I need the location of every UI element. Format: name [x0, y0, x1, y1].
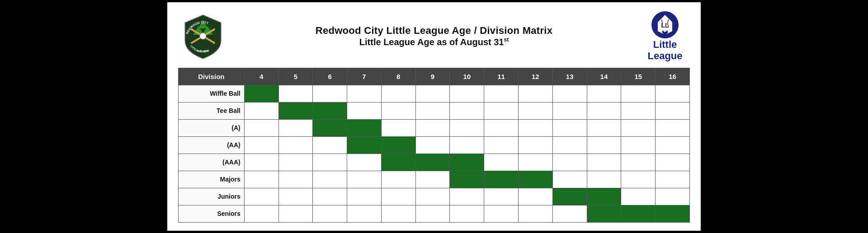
matrix-cell — [450, 136, 484, 154]
table-row: (AAA) — [179, 154, 690, 171]
matrix-cell — [656, 85, 690, 102]
matrix-cell — [587, 171, 621, 188]
matrix-cell — [587, 188, 621, 205]
matrix-cell — [313, 171, 347, 188]
matrix-cell — [484, 154, 519, 171]
table-row: (AA) — [179, 136, 690, 154]
svg-text:EST. 2014: EST. 2014 — [197, 50, 209, 52]
matrix-cell — [278, 154, 313, 171]
matrix-cell — [484, 119, 519, 136]
matrix-cell — [347, 188, 382, 205]
matrix-cell — [518, 119, 552, 136]
matrix-cell — [244, 154, 278, 171]
table-row: Juniors — [179, 188, 690, 205]
table-row: Wiffle Ball — [179, 85, 690, 102]
matrix-cell — [381, 119, 415, 136]
matrix-cell — [518, 102, 552, 119]
matrix-cell — [621, 136, 656, 154]
matrix-cell — [552, 85, 587, 102]
matrix-cell — [381, 85, 415, 102]
matrix-cell — [484, 205, 519, 222]
little-league-logo: LL LittleLeague — [640, 10, 690, 61]
matrix-cell — [484, 102, 519, 119]
matrix-cell — [484, 85, 519, 102]
table-row: Tee Ball — [179, 102, 690, 119]
matrix-cell — [656, 102, 690, 119]
matrix-cell — [278, 205, 313, 222]
matrix-cell — [278, 102, 313, 119]
matrix-cell — [313, 102, 347, 119]
division-label: Juniors — [179, 188, 245, 205]
matrix-cell — [518, 85, 552, 102]
matrix-cell — [415, 205, 450, 222]
division-label: Seniors — [179, 205, 245, 222]
matrix-cell — [587, 154, 621, 171]
table-header-row: Division 4 5 6 7 8 9 10 11 12 13 14 15 1… — [179, 68, 690, 85]
col-header-age-7: 7 — [347, 68, 382, 85]
matrix-cell — [313, 119, 347, 136]
matrix-cell — [518, 136, 552, 154]
matrix-cell — [450, 171, 484, 188]
matrix-cell — [621, 171, 656, 188]
matrix-cell — [656, 188, 690, 205]
table-row: Seniors — [179, 205, 690, 222]
matrix-cell — [244, 102, 278, 119]
matrix-cell — [347, 205, 382, 222]
division-matrix-table: Division 4 5 6 7 8 9 10 11 12 13 14 15 1… — [178, 68, 690, 223]
matrix-cell — [244, 171, 278, 188]
matrix-cell — [244, 85, 278, 102]
matrix-cell — [347, 136, 382, 154]
matrix-cell — [415, 154, 450, 171]
matrix-cell — [347, 154, 382, 171]
matrix-cell — [552, 171, 587, 188]
matrix-cell — [415, 119, 450, 136]
matrix-cell — [656, 171, 690, 188]
matrix-cell — [381, 188, 415, 205]
matrix-cell — [415, 188, 450, 205]
matrix-cell — [621, 85, 656, 102]
col-header-age-5: 5 — [278, 68, 313, 85]
matrix-cell — [518, 205, 552, 222]
matrix-cell — [347, 119, 382, 136]
matrix-cell — [587, 85, 621, 102]
matrix-cell — [450, 205, 484, 222]
matrix-cell — [656, 205, 690, 222]
matrix-cell — [518, 154, 552, 171]
matrix-cell — [450, 85, 484, 102]
matrix-cell — [518, 188, 552, 205]
matrix-cell — [415, 85, 450, 102]
svg-text:LL: LL — [661, 22, 669, 29]
matrix-cell — [278, 136, 313, 154]
col-header-age-9: 9 — [415, 68, 450, 85]
matrix-cell — [313, 188, 347, 205]
matrix-cell — [381, 171, 415, 188]
col-header-age-6: 6 — [313, 68, 347, 85]
matrix-cell — [278, 188, 313, 205]
matrix-cell — [313, 85, 347, 102]
title-block: Redwood City Little League Age / Divisio… — [228, 25, 640, 47]
matrix-cell — [278, 85, 313, 102]
matrix-cell — [587, 205, 621, 222]
matrix-cell — [621, 154, 656, 171]
matrix-cell — [278, 119, 313, 136]
matrix-cell — [587, 119, 621, 136]
matrix-cell — [484, 136, 519, 154]
matrix-cell — [415, 136, 450, 154]
division-label: (AA) — [179, 136, 245, 154]
matrix-cell — [313, 154, 347, 171]
matrix-cell — [552, 119, 587, 136]
matrix-cell — [518, 171, 552, 188]
col-header-age-16: 16 — [656, 68, 690, 85]
matrix-cell — [450, 102, 484, 119]
matrix-cell — [313, 205, 347, 222]
division-label: (AAA) — [179, 154, 245, 171]
matrix-cell — [552, 136, 587, 154]
matrix-cell — [244, 205, 278, 222]
matrix-cell — [347, 85, 382, 102]
col-header-age-12: 12 — [518, 68, 552, 85]
main-card: REDWOOD CITY LITTLE LEAGUE EST. 2014 Red… — [167, 2, 701, 230]
col-header-age-11: 11 — [484, 68, 519, 85]
col-header-age-15: 15 — [621, 68, 656, 85]
table-row: (A) — [179, 119, 690, 136]
matrix-cell — [587, 136, 621, 154]
